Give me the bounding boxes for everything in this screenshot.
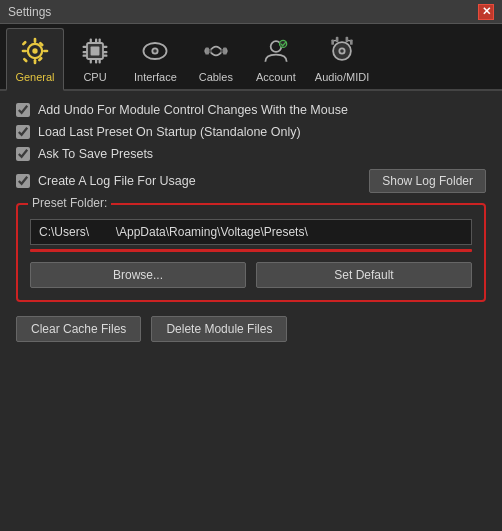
svg-rect-23 [103, 54, 107, 56]
svg-rect-17 [99, 59, 101, 63]
preset-buttons: Browse... Set Default [30, 262, 472, 288]
audiomidi-icon [324, 33, 360, 69]
svg-rect-19 [83, 51, 87, 53]
svg-rect-42 [346, 36, 349, 41]
svg-rect-6 [21, 40, 27, 46]
checkbox-undo-label: Add Undo For Module Control Changes With… [38, 103, 348, 117]
svg-rect-14 [99, 38, 101, 42]
svg-point-1 [32, 48, 37, 53]
account-icon [258, 33, 294, 69]
svg-rect-16 [95, 59, 97, 63]
svg-rect-18 [83, 45, 87, 47]
tab-general[interactable]: General [6, 28, 64, 91]
tab-account[interactable]: Account [247, 29, 305, 89]
cpu-icon [77, 33, 113, 69]
preset-path-input[interactable] [30, 219, 472, 245]
show-log-folder-button[interactable]: Show Log Folder [369, 169, 486, 193]
checkbox-preset[interactable] [16, 125, 30, 139]
general-icon [17, 33, 53, 69]
bottom-buttons: Clear Cache Files Delete Module Files [16, 316, 486, 342]
delete-module-button[interactable]: Delete Module Files [151, 316, 287, 342]
tab-interface[interactable]: Interface [126, 29, 185, 89]
svg-rect-20 [83, 54, 87, 56]
svg-rect-32 [220, 49, 223, 53]
clear-cache-button[interactable]: Clear Cache Files [16, 316, 141, 342]
path-underline [30, 249, 472, 252]
svg-point-26 [154, 49, 158, 53]
tab-account-label: Account [256, 71, 296, 83]
svg-point-38 [340, 49, 344, 53]
cables-icon [198, 33, 234, 69]
tab-audiomidi-label: Audio/MIDI [315, 71, 369, 83]
checkbox-save-label: Ask To Save Presets [38, 147, 153, 161]
svg-rect-13 [95, 38, 97, 42]
tab-cables-label: Cables [199, 71, 233, 83]
content-area: Add Undo For Module Control Changes With… [0, 91, 502, 354]
checkbox-undo-row: Add Undo For Module Control Changes With… [16, 103, 486, 117]
svg-rect-41 [336, 36, 339, 41]
svg-rect-5 [43, 50, 48, 53]
close-button[interactable]: ✕ [478, 4, 494, 20]
preset-folder-label: Preset Folder: [28, 196, 111, 210]
title-bar: Settings ✕ [0, 0, 502, 24]
checkbox-save-row: Ask To Save Presets [16, 147, 486, 161]
nav-tabs: General CPU [0, 24, 502, 91]
checkbox-preset-row: Load Last Preset On Startup (Standalone … [16, 125, 486, 139]
window-title: Settings [8, 5, 51, 19]
checkbox-log[interactable] [16, 174, 30, 188]
preset-folder-box: Preset Folder: Browse... Set Default [16, 203, 486, 302]
svg-rect-12 [90, 38, 92, 42]
svg-rect-22 [103, 51, 107, 53]
tab-cables[interactable]: Cables [187, 29, 245, 89]
interface-icon [137, 33, 173, 69]
checkbox-save[interactable] [16, 147, 30, 161]
tab-audiomidi[interactable]: Audio/MIDI [307, 29, 377, 89]
svg-rect-15 [90, 59, 92, 63]
svg-rect-8 [22, 57, 28, 63]
tab-cpu-label: CPU [83, 71, 106, 83]
svg-rect-21 [103, 45, 107, 47]
tab-interface-label: Interface [134, 71, 177, 83]
svg-rect-39 [331, 39, 334, 44]
tab-general-label: General [15, 71, 54, 83]
svg-rect-2 [34, 38, 37, 43]
log-label: Create A Log File For Usage [38, 174, 361, 188]
svg-rect-11 [91, 46, 100, 55]
svg-rect-30 [223, 47, 227, 54]
svg-rect-40 [350, 39, 353, 44]
svg-rect-29 [205, 47, 209, 54]
log-row: Create A Log File For Usage Show Log Fol… [16, 169, 486, 193]
svg-rect-31 [209, 49, 212, 53]
tab-cpu[interactable]: CPU [66, 29, 124, 89]
checkbox-undo[interactable] [16, 103, 30, 117]
svg-rect-3 [34, 59, 37, 64]
checkbox-preset-label: Load Last Preset On Startup (Standalone … [38, 125, 301, 139]
browse-button[interactable]: Browse... [30, 262, 246, 288]
svg-rect-4 [22, 50, 27, 53]
set-default-button[interactable]: Set Default [256, 262, 472, 288]
